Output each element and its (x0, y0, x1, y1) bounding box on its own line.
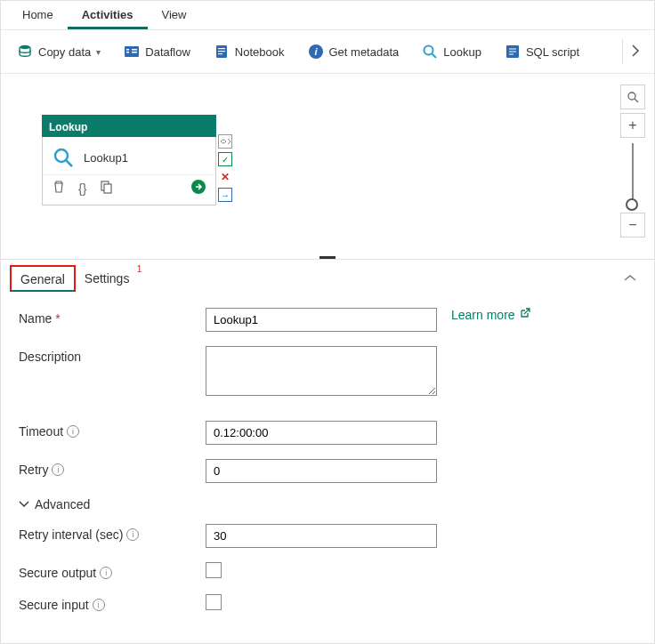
info-icon[interactable]: i (93, 599, 105, 611)
search-icon (52, 146, 75, 169)
svg-line-16 (66, 160, 72, 166)
notebook-icon (214, 44, 230, 60)
toolbar-notebook[interactable]: Notebook (205, 40, 294, 63)
svg-point-15 (55, 149, 68, 162)
tab-activities[interactable]: Activities (68, 1, 148, 29)
pipeline-canvas[interactable]: Lookup Lookup1 {} (1, 74, 654, 259)
toolbar-copy-data-label: Copy data (38, 45, 91, 59)
retry-interval-input[interactable] (206, 524, 437, 548)
advanced-section-toggle[interactable]: Advanced (19, 497, 636, 511)
zoom-out-button[interactable]: − (620, 213, 645, 237)
toolbar-sql-script[interactable]: SQL script (496, 40, 588, 63)
svg-rect-3 (126, 52, 129, 53)
toolbar-dataflow-label: Dataflow (145, 45, 190, 59)
svg-rect-5 (132, 52, 137, 53)
success-port[interactable]: ✓ (218, 152, 232, 166)
collapse-panel-button[interactable] (624, 272, 636, 286)
svg-point-20 (628, 93, 635, 100)
svg-rect-7 (218, 48, 225, 49)
svg-rect-2 (126, 49, 129, 51)
svg-point-0 (20, 45, 30, 49)
chevron-down-icon (19, 497, 29, 511)
name-label: Name* (19, 308, 206, 326)
zoom-slider[interactable] (632, 143, 634, 207)
tab-home[interactable]: Home (8, 1, 68, 29)
toolbar-notebook-label: Notebook (235, 45, 285, 59)
toolbar-overflow[interactable] (622, 39, 647, 64)
svg-rect-9 (218, 53, 222, 54)
properties-panel-body: Name* Learn more Description Timeout i R… (1, 292, 654, 630)
chevron-down-icon: ▾ (96, 47, 101, 57)
secure-output-label: Secure output i (19, 562, 206, 580)
completion-port[interactable]: → (218, 188, 232, 202)
ribbon-toolbar: Copy data ▾ Dataflow Notebook i Get meta… (1, 30, 654, 74)
settings-badge: 1 (137, 264, 142, 274)
node-name-label: Lookup1 (84, 151, 128, 165)
name-input[interactable] (206, 308, 437, 332)
node-ports: ✓ ✕ → (218, 134, 232, 202)
toolbar-lookup[interactable]: Lookup (413, 40, 490, 63)
failure-port[interactable]: ✕ (218, 170, 232, 184)
svg-line-21 (635, 99, 638, 102)
panel-resize-handle[interactable] (319, 256, 336, 259)
dataflow-icon (124, 44, 140, 60)
toolbar-dataflow[interactable]: Dataflow (115, 40, 199, 63)
info-icon[interactable]: i (126, 528, 139, 541)
retry-input[interactable] (206, 459, 437, 483)
panel-tab-settings-label: Settings (85, 271, 130, 286)
run-icon[interactable] (190, 179, 206, 197)
retry-interval-label: Retry interval (sec) i (19, 524, 206, 542)
learn-more-link[interactable]: Learn more (451, 308, 530, 322)
toolbar-copy-data[interactable]: Copy data ▾ (8, 40, 109, 63)
description-input[interactable] (206, 346, 437, 396)
braces-icon[interactable]: {} (78, 181, 86, 196)
tab-view[interactable]: View (148, 1, 201, 29)
svg-rect-18 (104, 184, 111, 193)
search-icon (422, 44, 438, 60)
skip-port[interactable] (218, 134, 232, 149)
fit-view-button[interactable] (620, 85, 645, 109)
retry-label: Retry i (19, 459, 206, 477)
database-icon (17, 44, 33, 60)
timeout-label: Timeout i (19, 421, 206, 439)
info-icon[interactable]: i (52, 463, 64, 476)
top-tabs: Home Activities View (1, 1, 654, 30)
description-label: Description (19, 346, 206, 364)
external-link-icon (519, 308, 530, 322)
node-type-label: Lookup (42, 115, 216, 137)
zoom-controls: + − (620, 85, 645, 237)
info-icon[interactable]: i (67, 425, 79, 438)
toolbar-sql-script-label: SQL script (526, 45, 579, 59)
svg-rect-4 (132, 49, 137, 51)
toolbar-get-metadata[interactable]: i Get metadata (299, 40, 408, 63)
svg-line-13 (433, 54, 437, 59)
zoom-in-button[interactable]: + (620, 113, 645, 138)
svg-point-12 (425, 46, 433, 55)
toolbar-get-metadata-label: Get metadata (329, 45, 400, 59)
info-icon: i (308, 44, 324, 60)
secure-input-label: Secure input i (19, 594, 206, 612)
timeout-input[interactable] (206, 421, 437, 445)
panel-tab-settings[interactable]: Settings 1 (76, 266, 139, 292)
copy-icon[interactable] (99, 180, 113, 197)
script-icon (505, 44, 521, 60)
node-body: Lookup1 {} (42, 137, 216, 205)
secure-output-checkbox[interactable] (206, 562, 222, 578)
panel-tab-general[interactable]: General (10, 265, 76, 292)
activity-node-lookup[interactable]: Lookup Lookup1 {} (42, 115, 216, 205)
svg-rect-8 (218, 51, 225, 52)
toolbar-lookup-label: Lookup (443, 45, 481, 59)
delete-icon[interactable] (52, 180, 66, 197)
chevron-right-icon (631, 44, 640, 60)
info-icon[interactable]: i (100, 567, 112, 579)
secure-input-checkbox[interactable] (206, 594, 222, 610)
properties-tabs: General Settings 1 (1, 259, 654, 292)
